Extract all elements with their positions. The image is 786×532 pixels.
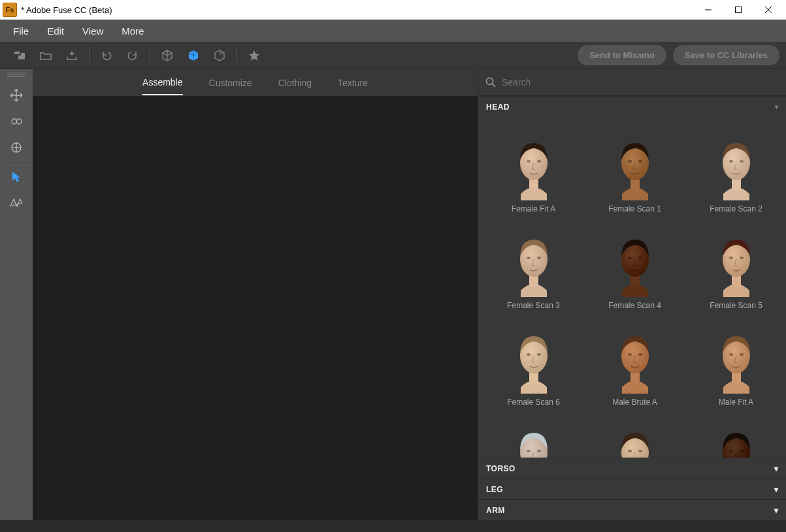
asset-male-brute-a[interactable]: Male Brute A — [586, 317, 683, 407]
svg-point-9 — [487, 78, 493, 85]
asset-female-scan-2[interactable]: Female Scan 2 — [687, 123, 785, 213]
close-button[interactable] — [753, 0, 783, 20]
svg-point-36 — [729, 353, 733, 356]
asset-label: Female Fit A — [512, 204, 555, 213]
tab-customize[interactable]: Customize — [209, 71, 252, 95]
panel-grip-icon[interactable] — [7, 72, 25, 77]
asset-thumbnail — [599, 123, 671, 200]
cube-solid-icon[interactable] — [183, 45, 204, 66]
svg-point-15 — [628, 160, 632, 163]
asset-female-scan-5[interactable]: Female Scan 5 — [687, 220, 785, 310]
section-head-head[interactable]: HEAD ▾ — [478, 96, 786, 117]
svg-point-12 — [527, 160, 531, 163]
svg-point-13 — [537, 160, 541, 163]
maximize-button[interactable] — [723, 0, 753, 20]
send-to-mixamo-button[interactable]: Send to Mixamo — [578, 45, 666, 65]
tab-texture[interactable]: Texture — [338, 71, 368, 95]
asset-thumbnail — [498, 220, 570, 297]
asset-label: Female Scan 6 — [507, 398, 560, 407]
asset-label: Female Scan 2 — [710, 204, 762, 213]
section-title: ARM — [486, 506, 505, 515]
separator — [237, 48, 237, 63]
asset-panel: HEAD ▾ Female Fit A — [478, 69, 786, 520]
separator — [3, 162, 29, 163]
cube-shaded-icon[interactable] — [209, 45, 230, 66]
asset-thumbnail — [498, 413, 570, 458]
section-title: TORSO — [486, 464, 516, 473]
tab-assemble[interactable]: Assemble — [142, 70, 182, 95]
asset-thumbnail — [599, 317, 671, 394]
svg-point-25 — [638, 257, 642, 259]
svg-line-10 — [493, 84, 496, 87]
chevron-down-icon: ▾ — [774, 464, 779, 473]
search-input[interactable] — [502, 77, 779, 87]
asset-female-scan-4[interactable]: Female Scan 4 — [586, 220, 683, 310]
svg-point-37 — [740, 353, 744, 356]
mesh-tool-icon[interactable] — [1, 190, 32, 216]
asset-female-scan-6[interactable]: Female Scan 6 — [485, 317, 582, 407]
star-favorite-icon[interactable] — [244, 45, 265, 66]
save-to-cc-libraries-button[interactable]: Save to CC Libraries — [673, 45, 779, 65]
asset-label: Female Scan 3 — [507, 301, 560, 310]
menu-more[interactable]: More — [112, 25, 153, 37]
chevron-down-icon: ▾ — [775, 103, 779, 110]
asset-thumbnail — [700, 317, 772, 394]
asset-male-fit-a[interactable]: Male Fit A — [687, 317, 785, 407]
section-body-head[interactable]: Female Fit A Female Scan 1 — [478, 117, 786, 458]
svg-point-16 — [638, 160, 642, 163]
section-head-torso[interactable]: TORSO▾ — [478, 458, 786, 478]
move-tool-icon[interactable] — [1, 82, 32, 108]
svg-point-28 — [740, 257, 744, 259]
svg-point-40 — [537, 450, 541, 452]
cube-wire-icon[interactable] — [157, 45, 178, 66]
asset-thumbnail — [498, 317, 570, 394]
status-bar — [0, 520, 786, 532]
svg-point-43 — [638, 450, 642, 452]
asset-label: Female Scan 5 — [710, 301, 762, 310]
undo-icon[interactable] — [96, 45, 117, 66]
save-icon[interactable] — [61, 45, 82, 66]
mode-tabs: AssembleCustomizeClothingTexture — [33, 69, 478, 96]
asset-label: Female Scan 1 — [608, 204, 661, 213]
viewport-3d[interactable] — [33, 96, 478, 520]
minimize-button[interactable] — [693, 0, 723, 20]
main-area: AssembleCustomizeClothingTexture HEAD ▾ — [0, 69, 786, 520]
asset-male-scan-2[interactable]: Male Scan 2 — [586, 413, 683, 458]
redo-icon[interactable] — [122, 45, 143, 66]
menu-view[interactable]: View — [73, 25, 112, 37]
asset-thumbnail — [700, 123, 772, 200]
menu-edit[interactable]: Edit — [38, 25, 73, 37]
asset-thumbnail — [599, 413, 671, 458]
asset-thumbnail — [498, 123, 570, 200]
viewport-column: AssembleCustomizeClothingTexture — [33, 69, 478, 520]
asset-female-scan-3[interactable]: Female Scan 3 — [485, 220, 582, 310]
app-icon: Fs — [3, 3, 17, 17]
open-folder-icon[interactable] — [35, 45, 56, 66]
asset-thumbnail — [700, 413, 772, 458]
rotate-tool-icon[interactable] — [1, 134, 32, 161]
separator — [150, 48, 150, 63]
separator — [89, 48, 90, 63]
section-head-arm[interactable]: ARM▾ — [478, 499, 786, 520]
svg-point-19 — [740, 160, 744, 163]
asset-male-scan-3[interactable]: Male Scan 3 — [687, 413, 785, 458]
toolbar: Send to Mixamo Save to CC Libraries — [0, 42, 786, 69]
titlebar: Fs * Adobe Fuse CC (Beta) — [0, 0, 786, 20]
section-head-leg[interactable]: LEG▾ — [478, 478, 786, 499]
asset-male-scan-1[interactable]: Male Scan 1 — [485, 413, 582, 458]
menu-file[interactable]: File — [4, 25, 38, 37]
new-document-icon[interactable] — [9, 45, 30, 66]
scale-tool-icon[interactable] — [1, 108, 32, 134]
select-tool-icon[interactable] — [1, 164, 32, 190]
svg-point-27 — [729, 257, 733, 259]
search-bar — [478, 69, 786, 96]
tab-clothing[interactable]: Clothing — [278, 71, 312, 95]
asset-label: Male Fit A — [719, 398, 753, 407]
left-tool-strip — [0, 69, 33, 520]
svg-point-18 — [729, 160, 733, 163]
search-icon — [485, 76, 497, 88]
svg-point-31 — [537, 353, 541, 356]
asset-female-fit-a[interactable]: Female Fit A — [485, 123, 582, 213]
asset-female-scan-1[interactable]: Female Scan 1 — [586, 123, 683, 213]
svg-point-45 — [729, 450, 733, 452]
